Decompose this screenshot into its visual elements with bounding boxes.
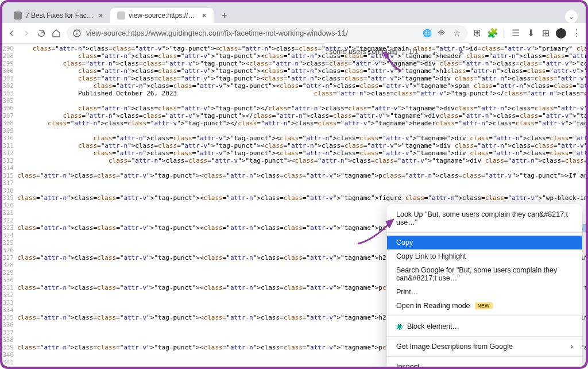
download-icon[interactable]: ⬇	[526, 29, 535, 38]
cm-reading-mode[interactable]: Open in Reading modeNEW	[387, 299, 582, 313]
source-line[interactable]: 302 class="attr-n">class=class="attr-v">…	[2, 82, 586, 90]
cm-lookup[interactable]: Look Up "But, some users complain they c…	[387, 207, 582, 229]
source-line[interactable]: 307 class="attr-n">class=class="attr-v">…	[2, 112, 586, 120]
context-menu: Look Up "But, some users complain they c…	[387, 204, 582, 369]
omnibox[interactable]: view-source:https://www.guidingtech.com/…	[67, 25, 467, 41]
extensions-icon[interactable]: 🧩	[488, 29, 497, 38]
cm-copy[interactable]: Copy	[387, 236, 582, 249]
source-line[interactable]: 311 class="attr-n">class=class="attr-v">…	[2, 142, 586, 149]
source-line[interactable]: 312 class="attr-n">class=class="attr-v">…	[2, 149, 586, 157]
tab-inactive[interactable]: 7 Best Fixes for FaceTime No ✕	[7, 8, 110, 23]
cm-image-descriptions[interactable]: Get Image Descriptions from Google›	[387, 340, 582, 353]
tab-title: 7 Best Fixes for FaceTime No	[25, 11, 95, 20]
cm-search-google[interactable]: Search Google for "But, some users compl…	[387, 263, 582, 285]
cm-print[interactable]: Print…	[387, 285, 582, 299]
apps-icon[interactable]: ⊞	[541, 29, 550, 38]
source-line[interactable]: 314	[2, 164, 586, 172]
reload-icon[interactable]	[37, 29, 46, 38]
source-line[interactable]: 305	[2, 97, 586, 105]
source-line[interactable]: 318	[2, 187, 586, 194]
reader-icon[interactable]: ☰	[511, 29, 520, 38]
shield-icon[interactable]: ⛨	[473, 29, 482, 38]
source-line[interactable]: 296 class="attr-n">class=class="attr-v">…	[2, 45, 586, 52]
source-line[interactable]: 308 class="attr-n">class=class="attr-v">…	[2, 120, 586, 127]
source-line[interactable]: 299 class="attr-n">class=class="attr-v">…	[2, 60, 586, 67]
menu-icon[interactable]: ⋮	[572, 29, 581, 38]
source-line[interactable]: 315class="attr-n">class=class="attr-v">"…	[2, 172, 586, 179]
home-icon[interactable]	[52, 29, 61, 38]
cm-inspect[interactable]: Inspect	[387, 360, 582, 369]
favicon-icon	[117, 11, 125, 20]
shield-icon: ◉	[396, 322, 403, 330]
toolbar: view-source:https://www.guidingtech.com/…	[2, 23, 586, 44]
source-line[interactable]: 306 class="attr-n">class=class="attr-v">…	[2, 105, 586, 112]
cm-copy-link[interactable]: Copy Link to Highlight	[387, 249, 582, 263]
source-line[interactable]: 313 class="attr-n">class=class="attr-v">…	[2, 157, 586, 164]
source-line[interactable]: 310 class="attr-n">class=class="attr-v">…	[2, 134, 586, 142]
new-tab-button[interactable]: +	[217, 8, 231, 23]
back-icon[interactable]	[7, 29, 16, 38]
forward-icon[interactable]	[22, 29, 31, 38]
cm-block-element[interactable]: ◉Block element…	[387, 319, 582, 333]
source-line[interactable]: 317	[2, 179, 586, 187]
source-line[interactable]: 301 class="attr-n">class=class="attr-v">…	[2, 75, 586, 82]
profile-avatar[interactable]	[556, 28, 566, 39]
minimize-button[interactable]: ⌄	[565, 10, 578, 23]
url-text: view-source:https://www.guidingtech.com/…	[86, 29, 348, 37]
source-line[interactable]: 319class="attr-n">class=class="attr-v">"…	[2, 194, 586, 202]
tab-title: view-source:https://www.gu	[129, 11, 198, 20]
tab-active[interactable]: view-source:https://www.gu ✕	[110, 8, 214, 23]
svg-point-2	[76, 31, 77, 32]
close-icon[interactable]: ✕	[202, 12, 207, 20]
source-line[interactable]: 309	[2, 127, 586, 134]
info-icon[interactable]	[72, 29, 82, 38]
chevron-right-icon: ›	[571, 343, 573, 351]
favicon-icon	[14, 11, 22, 20]
source-line[interactable]: 303 Published October 26, 2023 class="at…	[2, 90, 586, 97]
tab-strip: 7 Best Fixes for FaceTime No ✕ view-sour…	[2, 2, 586, 23]
source-line[interactable]: 298 class="attr-n">class=class="attr-v">…	[2, 52, 586, 60]
close-icon[interactable]: ✕	[98, 12, 103, 20]
source-line[interactable]: 300 class="attr-n">class=class="attr-v">…	[2, 67, 586, 75]
translate-icon[interactable]: 🌐	[423, 29, 432, 38]
star-icon[interactable]: ☆	[452, 29, 462, 38]
eye-off-icon[interactable]: 👁	[438, 29, 447, 38]
